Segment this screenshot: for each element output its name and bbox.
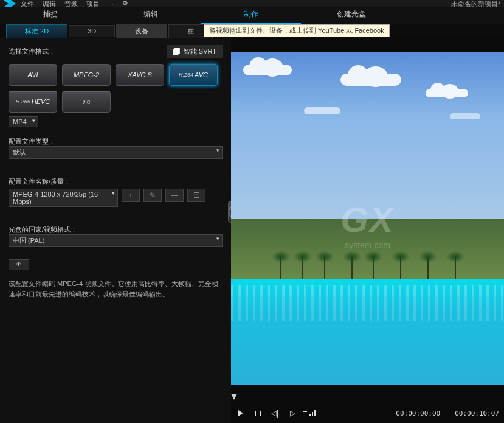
smart-svrt-button[interactable]: 智能 SVRT <box>167 45 223 58</box>
volume-button[interactable] <box>304 408 314 418</box>
tile-h264[interactable]: H.264 AVC <box>169 64 218 86</box>
profile-type-label: 配置文件类型： <box>9 137 223 146</box>
svrt-icon <box>173 48 180 55</box>
subtab-2d[interactable]: 标准 2D <box>6 24 67 38</box>
tile-avi[interactable]: AVI <box>9 64 57 86</box>
mode-bar: 捕捉 编辑 制作 创建光盘 <box>0 7 504 24</box>
tile-xavcs[interactable]: XAVC S <box>116 64 164 86</box>
mode-capture[interactable]: 捕捉 <box>0 5 100 24</box>
timeline-scrubber[interactable] <box>231 391 504 404</box>
subtab-device[interactable]: 设备 <box>116 24 167 38</box>
profile-description: 该配置文件编码 MPEG-4 视频文件。它使用高比特率、大帧幅、完全帧速率和目前… <box>9 279 223 299</box>
settings-panel: 选择文件格式： 智能 SVRT AVI MPEG-2 Windows Media… <box>0 38 231 423</box>
stop-button[interactable] <box>253 408 263 418</box>
profile-edit-button[interactable]: ✎ <box>143 189 162 202</box>
region-label: 光盘的国家/视频格式： <box>9 225 223 234</box>
format-tiles: AVI MPEG-2 Windows Media XAVC S H.264 AV… <box>9 64 223 113</box>
profile-detail-button[interactable]: ☰ <box>187 189 205 202</box>
format-label: 选择文件格式： <box>9 47 55 56</box>
profile-name-select[interactable]: MPEG-4 1280 x 720/25p (16 Mbps) <box>9 189 118 207</box>
video-preview[interactable]: GX system.com <box>231 52 504 385</box>
mode-edit[interactable]: 编辑 <box>100 5 201 24</box>
tile-audio[interactable]: ♪♫ <box>62 91 111 113</box>
mode-produce[interactable]: 制作 <box>201 5 301 24</box>
mode-disc[interactable]: 创建光盘 <box>301 5 401 24</box>
region-select[interactable]: 中国 (PAL) <box>9 234 223 247</box>
svrt-label: 智能 SVRT <box>184 47 216 56</box>
project-title: 未命名的新项目* <box>451 0 500 9</box>
watermark: GX <box>341 198 395 239</box>
profile-delete-button[interactable]: — <box>165 189 184 202</box>
next-frame-button[interactable]: |▷ <box>287 408 297 418</box>
preview-eye-button[interactable]: 👁 <box>9 259 29 270</box>
tile-h265[interactable]: H.265 HEVC <box>9 91 57 113</box>
profile-add-button[interactable]: + <box>122 189 140 202</box>
play-button[interactable] <box>236 408 246 418</box>
tile-mpeg2[interactable]: MPEG-2 <box>62 64 111 86</box>
playback-controls: ◁| |▷ 00:00:00:00 00:00:10:07 <box>231 404 504 423</box>
container-select[interactable]: MP4 <box>9 116 38 127</box>
watermark-sub: system.com <box>345 240 390 250</box>
timecode-duration: 00:00:10:07 <box>455 410 499 418</box>
profile-name-label: 配置文件名称/质量： <box>9 177 223 186</box>
content-area: 选择文件格式： 智能 SVRT AVI MPEG-2 Windows Media… <box>0 38 504 423</box>
profile-type-select[interactable]: 默认 <box>9 146 223 159</box>
timecode-current: 00:00:00:00 <box>396 410 440 418</box>
mode-tooltip: 将视频输出到文件、设备，或上传到 YouTube 或 Facebook <box>204 24 390 37</box>
preview-panel: GX system.com ◁| |▷ 00:00:00:00 00:00:10… <box>231 38 504 423</box>
prev-frame-button[interactable]: ◁| <box>270 408 280 418</box>
subtab-3d[interactable]: 3D <box>69 25 115 37</box>
